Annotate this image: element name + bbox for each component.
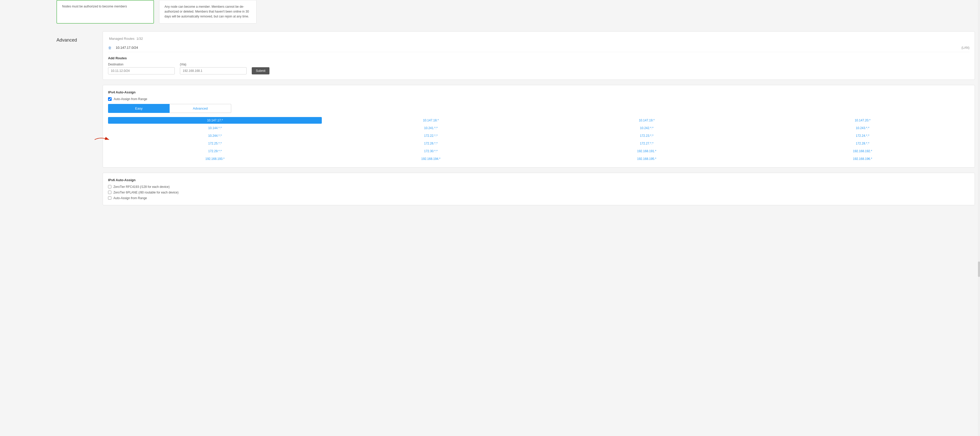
ip-range-item[interactable]: 10.242.*.* [540, 125, 754, 131]
sidebar [0, 0, 51, 436]
ip-range-container: 10.147.17.* 10.147.18.* 10.147.19.* 10.1… [108, 117, 969, 162]
member-card: Any node can become a member. Members ca… [159, 0, 257, 24]
main-content: Nodes must be authorized to become membe… [51, 0, 980, 436]
ip-range-item[interactable]: 192.168.194.* [324, 156, 538, 162]
ipv6-header: IPv6 Auto-Assign [108, 178, 969, 182]
submit-button[interactable]: Submit [252, 67, 269, 75]
delete-route-icon[interactable]: 🗑 [108, 46, 111, 50]
route-row: 🗑 10.147.17.0/24 (LAN) [108, 44, 969, 52]
ip-range-item[interactable]: 172.25.*.* [108, 140, 322, 147]
advanced-content-area: Managed Routes 1/32 🗑 10.147.17.0/24 (LA… [103, 31, 975, 210]
ipv6-rfc4193-checkbox[interactable] [108, 185, 111, 188]
ip-range-item[interactable]: 10.244.*.* [108, 132, 322, 139]
ipv6-6plane-checkbox[interactable] [108, 191, 111, 194]
auto-assign-checkbox-row: Auto-Assign from Range [108, 97, 969, 101]
via-input[interactable] [180, 67, 247, 75]
add-routes-form: Destination (Via) Submit [108, 63, 969, 75]
destination-input[interactable] [108, 67, 175, 75]
ip-range-item[interactable]: 172.30.*.* [324, 148, 538, 154]
scrollbar-track[interactable] [978, 0, 980, 436]
ipv4-header: IPv4 Auto-Assign [108, 90, 969, 94]
ip-range-item[interactable]: 10.147.17.* [108, 117, 322, 124]
managed-routes-panel: Managed Routes 1/32 🗑 10.147.17.0/24 (LA… [103, 31, 975, 80]
ip-range-item[interactable]: 172.27.*.* [540, 140, 754, 147]
ip-range-item[interactable]: 192.168.191.* [540, 148, 754, 154]
easy-advanced-tabs: Easy Advanced [108, 104, 969, 113]
managed-routes-header: Managed Routes 1/32 [108, 37, 969, 41]
via-label: (Via) [180, 63, 247, 66]
ipv6-auto-assign-row: Auto-Assign from Range [108, 196, 969, 200]
advanced-layout: Advanced Managed Routes 1/32 🗑 10.147.17… [56, 31, 975, 210]
ip-range-item[interactable]: 172.22.*.* [324, 132, 538, 139]
ip-range-item[interactable]: 172.23.*.* [540, 132, 754, 139]
ipv6-6plane-row: ZeroTier 6PLANE (/80 routable for each d… [108, 191, 969, 194]
tab-easy[interactable]: Easy [108, 104, 170, 113]
auth-card: Nodes must be authorized to become membe… [56, 0, 154, 24]
destination-label: Destination [108, 63, 175, 66]
ip-range-grid: 10.147.17.* 10.147.18.* 10.147.19.* 10.1… [108, 117, 969, 162]
ipv6-auto-checkbox[interactable] [108, 196, 111, 200]
via-field-group: (Via) [180, 63, 247, 75]
ip-range-item[interactable]: 192.168.196.* [756, 156, 969, 162]
arrow-indicator [93, 136, 113, 143]
ip-range-item[interactable]: 10.243.*.* [756, 125, 969, 131]
ipv6-auto-label: Auto-Assign from Range [113, 196, 147, 200]
ip-range-item[interactable]: 172.24.*.* [756, 132, 969, 139]
ip-range-item[interactable]: 192.168.193.* [108, 156, 322, 162]
member-card-text: Any node can become a member. Members ca… [164, 4, 251, 19]
ip-range-item[interactable]: 192.168.192.* [756, 148, 969, 154]
ipv6-auto-assign-panel: IPv6 Auto-Assign ZeroTier RFC4193 (/128 … [103, 173, 975, 205]
ipv6-rfc4193-label: ZeroTier RFC4193 (/128 for each device) [113, 185, 170, 189]
ip-range-item[interactable]: 10.147.19.* [540, 117, 754, 124]
arrow-svg [93, 136, 113, 143]
route-label: (LAN) [961, 46, 969, 49]
ipv6-checkboxes: ZeroTier RFC4193 (/128 for each device) … [108, 185, 969, 200]
auto-assign-label: Auto-Assign from Range [114, 97, 147, 101]
auth-card-text: Nodes must be authorized to become membe… [62, 5, 148, 8]
scrollbar-thumb[interactable] [978, 261, 980, 277]
tab-advanced[interactable]: Advanced [170, 104, 231, 113]
route-address: 10.147.17.0/24 [116, 46, 961, 49]
ip-range-item[interactable]: 10.147.20.* [756, 117, 969, 124]
advanced-sidebar-label: Advanced [56, 31, 95, 210]
ipv6-6plane-label: ZeroTier 6PLANE (/80 routable for each d… [113, 191, 178, 194]
advanced-title: Advanced [56, 37, 95, 43]
top-cards: Nodes must be authorized to become membe… [56, 0, 975, 24]
ip-range-item[interactable]: 172.26.*.* [324, 140, 538, 147]
ip-range-item[interactable]: 172.29.*.* [108, 148, 322, 154]
ip-range-item[interactable]: 10.144.*.* [108, 125, 322, 131]
auto-assign-checkbox[interactable] [108, 97, 111, 101]
add-routes-title: Add Routes [108, 56, 969, 60]
ip-range-item[interactable]: 10.147.18.* [324, 117, 538, 124]
ipv6-rfc4193-row: ZeroTier RFC4193 (/128 for each device) [108, 185, 969, 189]
ip-range-item[interactable]: 192.168.195.* [540, 156, 754, 162]
ip-range-item[interactable]: 172.28.*.* [756, 140, 969, 147]
destination-field-group: Destination [108, 63, 175, 75]
ip-range-item[interactable]: 10.241.*.* [324, 125, 538, 131]
ipv4-auto-assign-panel: IPv4 Auto-Assign Auto-Assign from Range … [103, 85, 975, 167]
